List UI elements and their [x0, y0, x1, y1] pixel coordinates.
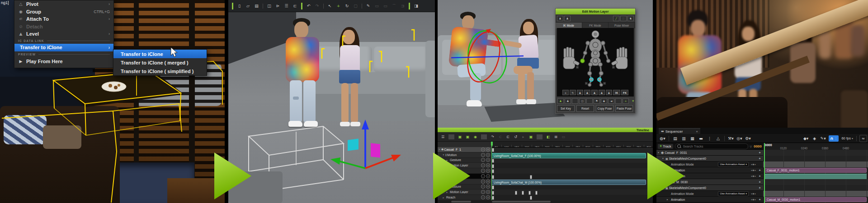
pose-mini-button[interactable]: ♟ [577, 90, 583, 95]
mannequin-diagram[interactable] [561, 29, 629, 89]
add-section-icon[interactable]: + [758, 180, 762, 184]
sequencer-tool-icon[interactable] [669, 136, 669, 141]
timeline-tool-icon[interactable]: ▣ [457, 134, 463, 140]
timeline-track-row[interactable]: ▾ ||| Motion − + [438, 152, 491, 158]
scrollbar-thumb[interactable] [492, 201, 551, 203]
minus-circle-icon[interactable]: − [481, 195, 485, 199]
submenu-item[interactable]: Transfer to iClone [113, 50, 207, 58]
timeline-tool-icon[interactable]: ↷ [490, 134, 495, 140]
expander-icon[interactable]: ▾ [438, 148, 441, 151]
eml-action-button[interactable]: Reset [576, 105, 594, 112]
ik-ankle-joint[interactable] [590, 78, 593, 81]
timeline-tool-icon[interactable] [537, 134, 542, 139]
eml-action-button[interactable]: Paste Pose [615, 105, 633, 112]
eml-lower-icon[interactable] [586, 98, 593, 104]
toolbar-icon[interactable]: ▭ [382, 3, 389, 9]
motion-clip-male[interactable]: LivingRoom_SofaChat_M (100.00%) [491, 180, 646, 185]
keyframe-nav-icons[interactable]: ◂◆▸ [750, 175, 758, 177]
toolbar-icon[interactable] [301, 3, 302, 9]
toolbar-icon[interactable]: ▤ [253, 3, 260, 9]
timeline-tool-icon[interactable] [448, 134, 454, 139]
minus-circle-icon[interactable]: − [481, 148, 485, 152]
context-menu-item[interactable]: ▲ Level › [14, 30, 113, 38]
toolbar-icon[interactable]: ▱ [245, 3, 251, 9]
menu-item-transfer-to-iclone[interactable]: Transfer to iClone › [14, 44, 113, 51]
toolbar-icon[interactable]: ◫ [266, 3, 273, 9]
keyframe-tool-icon[interactable]: ◈ [811, 135, 818, 142]
toolbar-icon[interactable] [232, 3, 233, 9]
sequencer-tool-icon[interactable]: ▦ [689, 135, 696, 142]
eml-lower-icon[interactable]: ◄ [608, 98, 614, 104]
minus-circle-icon[interactable]: − [481, 174, 485, 178]
keyframe-nav-icons[interactable]: ◂◆▸ [750, 198, 758, 201]
selected-wrist-joint[interactable] [580, 59, 585, 63]
timeline-ruler[interactable]: 5010015020025030035040045050055060065070… [491, 142, 653, 148]
eml-tool-icon[interactable]: ♟ [557, 16, 563, 21]
curve-editor-button[interactable]: ≈ [859, 135, 867, 142]
pose-mini-button[interactable]: ↻ [570, 90, 576, 95]
expander-icon[interactable]: ▾ [442, 153, 445, 156]
plus-circle-icon[interactable]: + [486, 180, 490, 184]
gizmo-x-axis[interactable] [339, 161, 365, 168]
scrollbar-thumb[interactable] [451, 201, 471, 203]
sequencer-tool-icon[interactable]: ▥ [680, 135, 687, 142]
toolbar-icon[interactable] [362, 4, 362, 9]
eml-tool-icon[interactable]: ♟ [564, 16, 571, 21]
menu-item-play-from-here[interactable]: ▶ Play From Here [14, 57, 113, 66]
sequencer-tool-icon[interactable]: ◎▾ [736, 135, 743, 142]
animation-clip-male[interactable]: Casual_M_0030_motion1 [764, 197, 867, 202]
playhead-line[interactable] [491, 142, 492, 200]
toolbar-icon[interactable]: ⊏ [292, 3, 298, 9]
gizmo-y-axis[interactable] [365, 157, 394, 168]
minus-circle-icon[interactable]: − [481, 180, 485, 184]
toolbar-icon[interactable]: ▯ [236, 3, 243, 9]
toolbar-icon[interactable]: ◨ [413, 3, 420, 9]
toolbar-icon[interactable]: ⊐ [399, 3, 406, 9]
toolbar-icon[interactable]: ↻ [344, 3, 350, 9]
timeline-tool-icon[interactable]: ▸ [520, 134, 526, 140]
toolbar-icon[interactable]: ↶ [305, 3, 312, 9]
context-menu-item[interactable]: ◉ Group CTRL+G [14, 8, 113, 16]
plus-circle-icon[interactable]: + [486, 158, 490, 162]
eml-tool-icon[interactable]: ∷ [620, 16, 627, 21]
plus-circle-icon[interactable]: + [486, 163, 490, 167]
timeline-tool-icon[interactable]: ▣ [528, 134, 534, 140]
toolbar-icon[interactable]: ▭ [373, 3, 380, 9]
sequencer-track-row[interactable]: Animation Mode Use Animation Asset ▾ ◂◆▸ [656, 161, 763, 167]
sequencer-tool-icon[interactable]: ⚙▾ [745, 135, 751, 142]
add-section-icon[interactable]: + [758, 168, 762, 172]
sequencer-playhead[interactable] [764, 143, 765, 203]
timeline-tool-icon[interactable]: ⊂ [497, 134, 503, 140]
expander-icon[interactable]: ▾ [662, 157, 665, 160]
toolbar-icon[interactable]: + [335, 3, 342, 9]
motion-clip-female[interactable]: LivingRoom_SofaChat_F (100.00%) [491, 153, 646, 158]
submenu-item[interactable]: Transfer to iClone ( simplified ) [113, 67, 207, 75]
timeline-track-row[interactable]: ▸ Reach − + [438, 195, 491, 200]
gizmo-plane-yz[interactable] [371, 143, 380, 157]
sequencer-track-row[interactable]: ▾ ☻ Casual_F_0031 ▾ + [656, 150, 763, 156]
keyframe-tool-icon[interactable]: ◆▾ [802, 135, 809, 142]
toolbar-icon[interactable]: ▢ [352, 3, 359, 9]
rotate-gizmo[interactable] [451, 20, 524, 94]
pose-mini-button[interactable]: ♟ [606, 90, 612, 95]
expander-icon[interactable]: ▸ [442, 196, 445, 199]
sequencer-tool-icon[interactable]: ▤ [672, 135, 679, 142]
timeline-tool-icon[interactable]: ⊏ [505, 134, 511, 140]
eml-lower-icon[interactable]: ⚑ [594, 98, 600, 104]
ik-button[interactable]: IK [613, 90, 620, 95]
ik-ankle-joint[interactable] [598, 78, 601, 81]
context-menu-item[interactable]: ⊘ Detach [14, 23, 113, 31]
eml-tool-icon[interactable]: ╱ [613, 16, 619, 21]
gizmo-rotate-blue[interactable] [451, 56, 524, 58]
toolbar-icon[interactable] [409, 3, 410, 9]
context-menu-item[interactable]: ⊂ Attach To › [14, 15, 113, 23]
sequencer-tool-icon[interactable]: ⋮ [706, 135, 713, 142]
search-tracks-box[interactable] [675, 143, 748, 149]
minus-circle-icon[interactable]: − [481, 163, 485, 167]
sequencer-ruler[interactable]: 0000 01200240036004800600 [763, 143, 868, 150]
plus-circle-icon[interactable]: + [486, 148, 490, 152]
plus-circle-icon[interactable]: + [486, 174, 490, 178]
sequencer-tool-icon[interactable]: ◍▾ [659, 135, 666, 142]
chevron-down-icon[interactable]: ▾ [632, 99, 634, 103]
eml-action-button[interactable]: Set Key [557, 105, 575, 112]
